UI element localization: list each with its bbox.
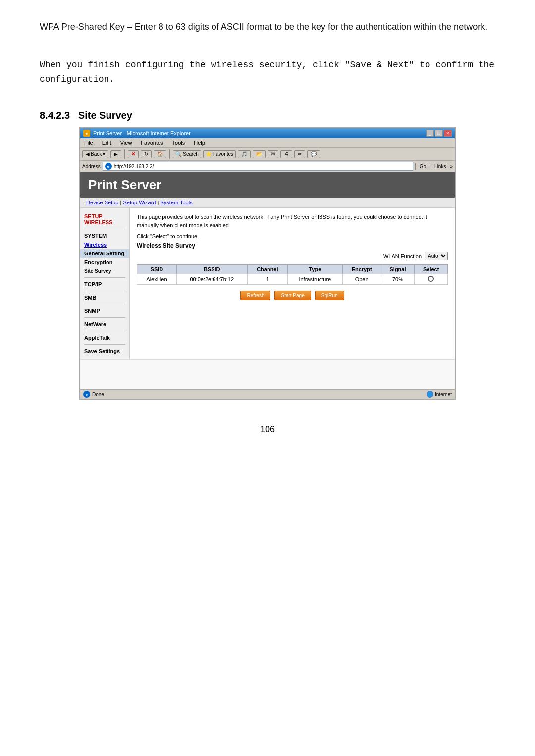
col-signal: Signal <box>381 265 415 274</box>
home-button[interactable]: 🏠 <box>154 150 166 158</box>
action-buttons-row: Refresh Start Page SqlRun <box>137 291 448 300</box>
col-encrypt: Encrypt <box>342 265 381 274</box>
browser-titlebar: e Print Server - Microsoft Internet Expl… <box>80 128 455 138</box>
back-arrow-icon: ◀ <box>86 151 90 157</box>
home-icon: 🏠 <box>157 151 163 157</box>
ie-logo: e <box>83 130 90 137</box>
sqlrun-button[interactable]: SqlRun <box>315 291 344 300</box>
dropdown-arrow-icon: ▾ <box>103 151 105 157</box>
sidebar-item-tcp-ip[interactable]: TCP/IP <box>80 280 129 289</box>
menu-favorites[interactable]: Favorites <box>139 139 165 146</box>
wireless-survey-title: Wireless Site Survey <box>137 242 448 249</box>
sidebar-item-snmp[interactable]: SNMP <box>80 306 129 315</box>
menu-edit[interactable]: Edit <box>100 139 113 146</box>
wlan-function-row: WLAN Function Auto <box>137 252 448 260</box>
refresh-button-action[interactable]: Refresh <box>240 291 270 300</box>
stop-icon: ✕ <box>131 151 135 157</box>
mail-button[interactable]: ✉ <box>268 150 278 158</box>
restore-button[interactable]: □ <box>435 130 443 137</box>
cell-ssid: AlexLien <box>137 274 177 285</box>
page-number: 106 <box>40 424 495 435</box>
toolbar-separator-2 <box>169 149 170 159</box>
browser-title: Print Server - Microsoft Internet Explor… <box>93 130 191 136</box>
star-icon: ⭐ <box>206 151 212 157</box>
discuss-button[interactable]: 💬 <box>307 150 320 158</box>
col-type: Type <box>288 265 342 274</box>
status-icon: e <box>83 391 90 398</box>
sidebar-item-general-setting[interactable]: General Setting <box>80 249 129 258</box>
sidebar-item-setup-wireless[interactable]: SETUP WIRELESS <box>80 212 129 227</box>
internet-label: Internet <box>435 392 452 397</box>
address-input[interactable] <box>114 164 411 169</box>
address-label: Address <box>82 164 101 169</box>
sidebar-item-smb[interactable]: SMB <box>80 293 129 302</box>
menu-tools[interactable]: Tools <box>170 139 187 146</box>
browser-window: e Print Server - Microsoft Internet Expl… <box>79 127 456 400</box>
back-button[interactable]: ◀ Back ▾ <box>82 150 108 158</box>
discuss-icon: 💬 <box>311 151 317 157</box>
go-button[interactable]: Go <box>415 163 430 170</box>
ps-navigation: Device Setup | Setup Wizard | System Too… <box>80 198 455 208</box>
menu-help[interactable]: Help <box>192 139 207 146</box>
history-button[interactable]: 📂 <box>253 150 266 158</box>
media-icon: 🎵 <box>241 151 247 157</box>
browser-addressbar: Address e Go Links » <box>80 161 455 172</box>
toolbar-separator-1 <box>124 149 125 159</box>
finish-description: When you finish configuring the wireless… <box>40 58 495 87</box>
page-icon: e <box>105 163 112 170</box>
refresh-button[interactable]: ↻ <box>141 150 152 158</box>
start-page-button[interactable]: Start Page <box>274 291 311 300</box>
print-button[interactable]: 🖨 <box>280 150 292 158</box>
sidebar-divider-1 <box>84 229 125 229</box>
survey-table: SSID BSSID Channel Type Encrypt Signal S… <box>137 264 448 285</box>
click-instruction: Click "Select" to continue. <box>137 233 448 239</box>
browser-toolbar: ◀ Back ▾ ▶ ✕ ↻ 🏠 🔍 Search ⭐ Favorites 🎵 <box>80 148 455 161</box>
refresh-icon: ↻ <box>144 151 148 157</box>
section-heading: 8.4.2.3 Site Survey <box>40 110 495 121</box>
sidebar-item-netware[interactable]: NetWare <box>80 320 129 329</box>
select-radio[interactable] <box>428 276 434 282</box>
forward-button[interactable]: ▶ <box>110 150 121 158</box>
menu-file[interactable]: File <box>82 139 95 146</box>
search-button[interactable]: 🔍 Search <box>173 150 201 158</box>
edit-icon: ✏ <box>298 151 302 157</box>
col-ssid: SSID <box>137 265 177 274</box>
cell-select[interactable] <box>415 274 448 285</box>
sidebar-divider-5 <box>84 317 125 318</box>
print-icon: 🖨 <box>284 151 289 157</box>
sidebar-item-system[interactable]: SYSTEM <box>80 231 129 240</box>
ps-main-layout: SETUP WIRELESS SYSTEM Wireless General S… <box>80 208 455 359</box>
sidebar-item-appletalk[interactable]: AppleTalk <box>80 333 129 342</box>
sidebar-item-site-survey[interactable]: Site Survey <box>80 267 129 275</box>
ps-content-area: This page provides tool to scan the wire… <box>130 208 455 359</box>
status-done: e Done <box>83 391 104 398</box>
sidebar-divider-7 <box>84 344 125 345</box>
sidebar-item-save-settings[interactable]: Save Settings <box>80 347 129 355</box>
bottom-space <box>80 359 455 389</box>
nav-device-setup[interactable]: Device Setup <box>86 200 118 205</box>
sidebar-item-encryption[interactable]: Encryption <box>80 258 129 267</box>
mail-icon: ✉ <box>271 151 275 157</box>
sidebar-divider-6 <box>84 331 125 331</box>
favorites-button[interactable]: ⭐ Favorites <box>203 150 236 158</box>
search-icon: 🔍 <box>175 151 181 157</box>
nav-system-tools[interactable]: System Tools <box>160 200 192 205</box>
media-button[interactable]: 🎵 <box>238 150 251 158</box>
close-button[interactable]: ✕ <box>444 130 452 137</box>
nav-setup-wizard[interactable]: Setup Wizard <box>123 200 156 205</box>
wlan-function-label: WLAN Function <box>383 253 422 259</box>
edit-button[interactable]: ✏ <box>294 150 305 158</box>
address-input-container: e <box>103 162 413 171</box>
sidebar-item-wireless[interactable]: Wireless <box>80 240 129 249</box>
minimize-button[interactable]: _ <box>426 130 434 137</box>
ps-header: Print Server <box>80 172 455 198</box>
stop-button[interactable]: ✕ <box>128 150 139 158</box>
wlan-function-select[interactable]: Auto <box>425 252 448 260</box>
links-button[interactable]: Links <box>432 163 448 170</box>
wpa-description: WPA Pre-Shared Key – Enter 8 to 63 digit… <box>40 20 495 34</box>
menu-view[interactable]: View <box>118 139 134 146</box>
cell-encrypt: Open <box>342 274 381 285</box>
col-channel: Channel <box>247 265 288 274</box>
table-row: AlexLien 00:0e:2e:64:7b:12 1 Infrastruct… <box>137 274 448 285</box>
links-expand-icon: » <box>450 164 453 169</box>
